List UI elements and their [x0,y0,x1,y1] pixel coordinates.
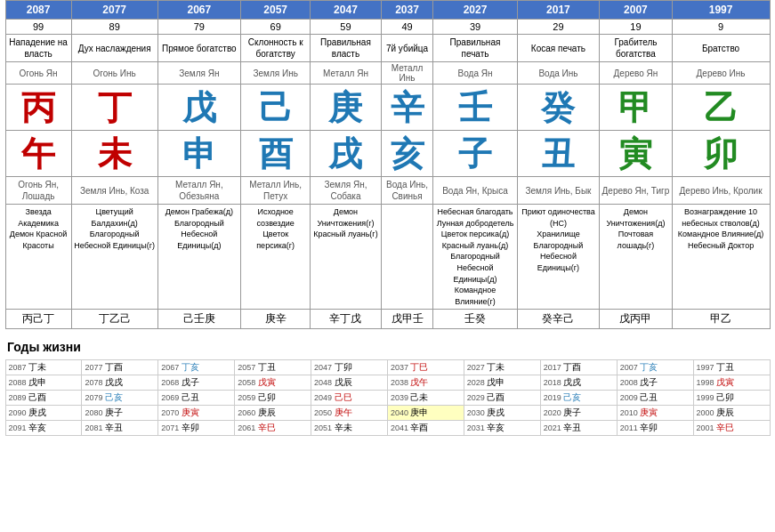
element-animal: Вода Инь, Свинья [381,177,433,205]
stars-cell: Цветущий Балдахин(д)Благородный Небесной… [71,205,157,310]
stars-cell: Исходное созвездиеЦветок персика(г) [241,205,311,310]
year-entry: 2038 戊午 [387,375,464,391]
branch-character: 寅 [600,131,672,177]
year-entry: 2000 庚辰 [693,406,770,421]
element-top: Вода Инь [517,62,600,85]
year-entry: 2079 己亥 [82,391,158,406]
branch-character: 丑 [517,131,600,177]
element-animal: Огонь Ян, Лошадь [5,177,71,205]
year-entry: 2019 己亥 [540,391,617,406]
year-entry: 2091 辛亥 [5,421,82,436]
element-animal: Дерево Ян, Тигр [600,177,672,205]
branch-character: 子 [433,131,517,177]
year-entry: 2051 辛未 [311,421,388,436]
element-top: Земля Инь [241,62,311,85]
relation-text: Нападение на власть [5,35,71,62]
branch-character: 申 [157,131,240,177]
footer-stems: 辛丁戊 [311,310,381,329]
year-entry: 2048 戊辰 [311,375,388,391]
branch-character: 亥 [381,131,433,177]
year-entry: 2001 辛巳 [693,421,770,436]
element-animal: Металл Ян, Обезьяна [157,177,240,205]
year-entry: 2087 丁未 [5,360,82,375]
stars-cell: Небесная благодатьЛунная добродетельЦвет… [433,205,517,310]
stem-character: 戊 [157,85,240,131]
element-top: Огонь Инь [71,62,157,85]
year-header: 2037 [381,1,433,20]
year-entry: 2059 己卯 [235,391,311,406]
stars-cell: Приют одиночества (НС)ХранилищеБлагородн… [517,205,600,310]
branch-character: 午 [5,131,71,177]
cycle-number: 49 [381,20,433,35]
year-entry: 2018 戊戌 [540,375,617,391]
stem-character: 丙 [5,85,71,131]
year-entry: 2067 丁亥 [158,360,235,375]
main-container: 2087207720672057204720372027201720071997… [0,0,775,443]
year-entry: 2049 己巳 [311,391,388,406]
stem-character: 庚 [311,85,381,131]
footer-stems: 庚辛 [241,310,311,329]
cycle-number: 69 [241,20,311,35]
stem-character: 辛 [381,85,433,131]
year-entry: 2011 辛卯 [617,421,693,436]
footer-stems: 癸辛己 [517,310,600,329]
cycle-number: 9 [672,20,770,35]
relation-text: Косая печать [517,35,600,62]
year-entry: 1997 丁丑 [693,360,770,375]
year-entry: 2029 己酉 [464,391,540,406]
element-top: Металл Ян [311,62,381,85]
year-entry: 2039 己未 [387,391,464,406]
element-top: Дерево Ян [600,62,672,85]
relation-text: Прямое богатство [157,35,240,62]
stars-cell: Демон Уничтожения(д)Почтовая лошадь(г) [600,205,672,310]
year-header: 2057 [241,1,311,20]
relation-text: Правильная печать [433,35,517,62]
year-header: 2017 [517,1,600,20]
year-entry: 2017 丁酉 [540,360,617,375]
year-entry: 2088 戊申 [5,375,82,391]
stem-character: 己 [241,85,311,131]
year-header: 2027 [433,1,517,20]
branch-character: 未 [71,131,157,177]
element-top: Огонь Ян [5,62,71,85]
element-animal: Земля Ян, Собака [311,177,381,205]
stem-character: 癸 [517,85,600,131]
year-entry: 2010 庚寅 [617,406,693,421]
year-entry: 2060 庚辰 [235,406,311,421]
cycle-number: 79 [157,20,240,35]
element-top: Дерево Инь [672,62,770,85]
year-entry: 2021 辛丑 [540,421,617,436]
element-animal: Дерево Инь, Кролик [672,177,770,205]
year-header: 2087 [5,1,71,20]
relation-text: Грабитель богатства [600,35,672,62]
year-entry: 2080 庚子 [82,406,158,421]
relation-text: Братство [672,35,770,62]
year-entry: 2070 庚寅 [158,406,235,421]
footer-stems: 戊丙甲 [600,310,672,329]
year-entry: 2081 辛丑 [82,421,158,436]
year-entry: 2031 辛亥 [464,421,540,436]
year-entry: 2061 辛巳 [235,421,311,436]
year-header: 1997 [672,1,770,20]
year-header: 2047 [311,1,381,20]
relation-text: Склонность к богатству [241,35,311,62]
stem-character: 壬 [433,85,517,131]
year-entry: 2071 辛卯 [158,421,235,436]
cycle-number: 29 [517,20,600,35]
stem-character: 丁 [71,85,157,131]
year-entry: 2077 丁酉 [82,360,158,375]
relation-text: 7й убийца [381,35,433,62]
year-header: 2007 [600,1,672,20]
year-entry: 2008 戊子 [617,375,693,391]
element-animal: Земля Инь, Коза [71,177,157,205]
year-entry: 2057 丁丑 [235,360,311,375]
year-entry: 2030 庚戌 [464,406,540,421]
branch-character: 戌 [311,131,381,177]
year-entry: 2007 丁亥 [617,360,693,375]
relation-text: Дух наслаждения [71,35,157,62]
element-animal: Металл Инь, Петух [241,177,311,205]
year-entry: 2037 丁巳 [387,360,464,375]
year-entry: 2058 戊寅 [235,375,311,391]
year-entry: 2068 戊子 [158,375,235,391]
cycle-number: 89 [71,20,157,35]
